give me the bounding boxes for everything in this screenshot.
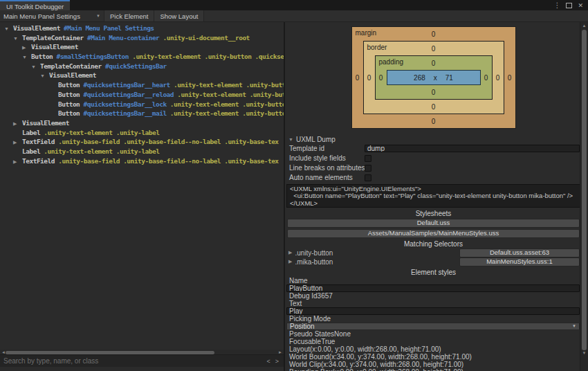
uxml-code-line: </UXML> xyxy=(290,200,577,208)
tree-item-type: VisualElement xyxy=(13,24,64,32)
tree-item[interactable]: Button #quicksettingsBar__reload .unity-… xyxy=(0,90,284,100)
selector-source-button[interactable]: MainMenuStyles.uss:1 xyxy=(459,257,580,266)
template-id-label: Template id xyxy=(286,145,365,152)
chevron-down-icon[interactable]: ▼ xyxy=(22,53,31,62)
chevron-right-icon[interactable]: ▶ xyxy=(13,119,22,128)
selector-source-button[interactable]: Default.uss.asset:63 xyxy=(459,248,580,257)
margin-left-value: 0 xyxy=(352,41,363,114)
tree-item[interactable]: ▶TextField .unity-base-field .unity-base… xyxy=(0,156,284,166)
chevron-down-icon[interactable]: ▼ xyxy=(31,62,40,71)
chevron-right-icon[interactable]: ▶ xyxy=(13,157,22,166)
chevron-right-icon[interactable]: ▶ xyxy=(13,138,22,147)
border-bottom-value: 0 xyxy=(432,103,436,111)
scroll-down-icon[interactable]: ▼ xyxy=(580,350,588,356)
stylesheet-button[interactable]: Assets/ManualSamples/MainMenuStyles.uss xyxy=(287,229,580,238)
element-styles-header: Element styles xyxy=(286,269,580,277)
element-style-field[interactable]: PlayButton xyxy=(286,284,580,292)
show-layout-button[interactable]: Show Layout xyxy=(154,10,204,21)
vertical-scrollbar[interactable]: ▲ ▼ xyxy=(580,22,588,371)
element-style-value: True xyxy=(321,338,335,345)
chevron-down-icon[interactable]: ▼ xyxy=(4,24,13,33)
padding-bottom-row: 0 xyxy=(376,85,492,99)
tree-item[interactable]: Button #quicksettingsBar__heart .unity-t… xyxy=(0,80,284,90)
tree-item[interactable]: ▼Button #smallSettingsButton .unity-text… xyxy=(0,52,284,62)
border-bottom-row: 0 xyxy=(364,100,504,114)
tree-item[interactable]: Button #quicksettingsBar__mail .unity-te… xyxy=(0,109,284,118)
tree-item[interactable]: Button #quicksettingsBar__lock .unity-te… xyxy=(0,100,284,109)
tree-item[interactable]: ▼TemplateContainer #quickSettingsBar xyxy=(0,62,284,71)
uxml-dump-title: UXML Dump xyxy=(296,136,336,143)
tree-item-type: Button xyxy=(58,109,84,117)
tree-item-classes: .unity-text-element .unity-button . xyxy=(170,109,284,117)
stylesheet-button[interactable]: Default.uss xyxy=(287,219,580,228)
tree-item-name: #quicksettingsBar__reload xyxy=(84,91,178,98)
window-tab[interactable]: UI Toolkit Debugger xyxy=(0,0,70,10)
tree-item-name: #quickSettingsBar xyxy=(105,62,170,70)
element-style-value: (x:0.00, y:0.00, width:268.00, height:71… xyxy=(310,345,441,353)
pick-element-button[interactable]: Pick Element xyxy=(104,10,154,21)
tree-item[interactable]: ▶VisualElement xyxy=(0,42,284,52)
close-icon[interactable]: ✕ xyxy=(578,2,583,9)
tree-item[interactable]: ▼VisualElement #Main Menu Panel Settings xyxy=(0,24,284,33)
picking-mode-dropdown[interactable]: Position▼ xyxy=(286,323,580,330)
element-style-row: World Clip(x:34.00, y:374.00, width:268.… xyxy=(286,361,580,368)
tree-item-type: Label xyxy=(22,129,44,136)
matching-selectors-header: Matching Selectors xyxy=(286,240,580,248)
stylesheets-list: Default.ussAssets/ManualSamples/MainMenu… xyxy=(286,219,580,238)
tree-item[interactable]: Label .unity-text-element .unity-label xyxy=(0,147,284,156)
padding-right-value: 0 xyxy=(481,70,492,85)
margin-top-value: 0 xyxy=(432,30,436,38)
chevron-right-icon[interactable]: ▶ xyxy=(22,43,31,52)
search-next-button[interactable]: > xyxy=(275,358,284,365)
checkbox[interactable] xyxy=(365,174,371,181)
titlebar: UI Toolkit Debugger ⋮ ✕ xyxy=(0,0,588,10)
search-input[interactable] xyxy=(0,357,261,365)
tree-item[interactable]: ▼VisualElement xyxy=(0,71,284,80)
tree-item-classes: .unity-text-element .unity-label xyxy=(44,129,163,136)
tree-item[interactable]: ▼TemplateContainer #Main Menu-container … xyxy=(0,33,284,43)
tree-item[interactable]: Label .unity-text-element .unity-label xyxy=(0,128,284,138)
selector-foldout[interactable]: ▶.mika-button xyxy=(286,258,459,266)
tree-item[interactable]: ▶TextField .unity-base-field .unity-base… xyxy=(0,137,284,147)
element-style-row: NamePlayButton xyxy=(286,277,580,292)
element-style-value: (x:0.00, y:0.00, width:268.00, height:71… xyxy=(332,368,463,371)
uxml-code-output[interactable]: <UXML xmlns:ui="UnityEngine.UIElements">… xyxy=(286,184,580,208)
chevron-down-icon: ▼ xyxy=(572,324,576,328)
checkbox[interactable] xyxy=(365,155,371,162)
checkbox[interactable] xyxy=(365,165,371,172)
tree-item-name: #quicksettingsBar__lock xyxy=(84,100,170,108)
horizontal-scrollbar-thumb[interactable] xyxy=(6,351,214,354)
template-id-field[interactable]: dump xyxy=(365,145,580,152)
vertical-scrollbar-thumb[interactable] xyxy=(582,30,587,350)
chevron-down-icon[interactable]: ▼ xyxy=(13,34,22,43)
window-tab-label: UI Toolkit Debugger xyxy=(6,3,64,10)
chevron-down-icon: ▼ xyxy=(96,14,100,18)
search-prev-button[interactable]: < xyxy=(261,358,275,365)
tree-item[interactable]: ▶VisualElement xyxy=(0,118,284,128)
scroll-up-icon[interactable]: ▲ xyxy=(580,22,588,29)
element-style-row: FocusableTrue xyxy=(286,338,580,345)
tree-item-type: Button xyxy=(58,81,84,89)
inspector-scroll-content: margin0 0 border0 0 padding0 xyxy=(286,22,580,371)
element-style-label: Debug Id xyxy=(286,292,318,300)
panel-picker-dropdown[interactable]: Main Menu Panel Settings ▼ xyxy=(0,10,104,21)
maximize-icon[interactable] xyxy=(566,3,572,8)
element-style-row: Layout(x:0.00, y:0.00, width:268.00, hei… xyxy=(286,345,580,353)
tree-item-type: Button xyxy=(58,91,84,98)
selector-foldout[interactable]: ▶.unity-button xyxy=(286,249,459,257)
element-style-label: Pseudo States xyxy=(286,330,334,338)
tree-item-classes: .unity-text-element .unity-button .quick… xyxy=(132,53,284,60)
kebab-menu-icon[interactable]: ⋮ xyxy=(553,2,560,8)
padding-bottom-value: 0 xyxy=(432,89,436,96)
tree-item-type: VisualElement xyxy=(31,43,82,51)
uxml-dump-foldout[interactable]: ▼ UXML Dump xyxy=(286,136,580,143)
element-style-label: Focusable xyxy=(286,338,321,345)
chevron-down-icon[interactable]: ▼ xyxy=(40,71,49,80)
tree-item-classes: .unity-text-element .unity-button . xyxy=(170,100,284,108)
tree-item-type: Label xyxy=(22,147,44,155)
tree-item-classes: .unity-base-field .unity-base-field--no-… xyxy=(58,157,282,165)
element-style-field[interactable]: Play xyxy=(286,307,580,315)
tree-item-type: TemplateContainer xyxy=(22,34,87,42)
show-layout-label: Show Layout xyxy=(160,12,198,20)
tree-item-type: Button xyxy=(31,53,57,60)
